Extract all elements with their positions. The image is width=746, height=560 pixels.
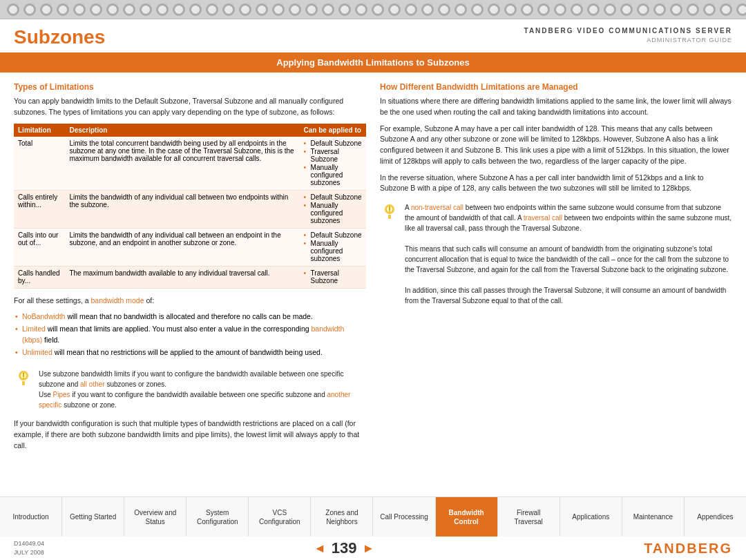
spiral-ring: [604, 3, 616, 16]
table-row: Calls entirely within... Limits the band…: [14, 190, 366, 228]
bandwidth-mode-link[interactable]: bandwidth mode: [90, 296, 144, 305]
prev-page-button[interactable]: ◄: [314, 541, 326, 556]
traversal-link[interactable]: traversal call: [524, 214, 562, 222]
tab-vcs-config[interactable]: VCS Configuration: [249, 497, 311, 537]
spiral-ring: [90, 3, 102, 16]
bandwidth-bullets: NoBandwidth will mean that no bandwidth …: [14, 311, 366, 358]
table-cell-description: Limits the bandwidth of any individual c…: [65, 190, 299, 228]
spiral-ring: [40, 3, 52, 16]
tip-box-2: A non-traversal call between two endpoin…: [380, 200, 732, 309]
brand-info: TANDBERG VIDEO COMMUNICATIONS SERVER ADM…: [524, 26, 732, 45]
spiral-ring: [156, 3, 169, 16]
tab-bandwidth-control[interactable]: Bandwidth Control: [436, 497, 498, 537]
tab-overview-status[interactable]: Overview and Status: [124, 497, 186, 537]
tab-applications[interactable]: Applications: [560, 497, 622, 537]
non-traversal-link[interactable]: non-traversal call: [411, 204, 463, 211]
spiral-ring: [206, 3, 218, 16]
right-para1: In situations where there are differing …: [380, 96, 732, 118]
table-header-apply: Can be applied to: [300, 124, 366, 137]
tab-firewall-traversal[interactable]: Firewall Traversal: [498, 497, 560, 537]
tab-getting-started[interactable]: Getting Started: [62, 497, 124, 537]
spiral-ring: [106, 3, 119, 16]
spiral-ring: [23, 3, 36, 16]
bottom-nav: Introduction Getting Started Overview an…: [0, 496, 746, 537]
svg-rect-1: [22, 381, 25, 385]
spiral-ring: [521, 3, 533, 16]
tab-maintenance[interactable]: Maintenance: [622, 497, 685, 537]
table-cell-limitation: Calls into our out of...: [14, 228, 65, 266]
spiral-ring: [438, 3, 450, 16]
table-cell-apply: Traversal Subzone: [300, 266, 366, 288]
spiral-ring: [372, 3, 384, 16]
table-row: Calls handled by... The maximum bandwidt…: [14, 266, 366, 288]
spiral-ring: [421, 3, 434, 16]
tip-icon-2: [380, 202, 399, 222]
tip-icon-1: [14, 369, 33, 388]
unlimited-link[interactable]: Unlimited: [22, 348, 52, 356]
spiral-ring: [637, 3, 649, 16]
table-cell-apply: Default Subzone Manually configured subz…: [300, 190, 366, 228]
bullet-nobandwidth: NoBandwidth will mean that no bandwidth …: [14, 311, 366, 322]
spiral-ring: [256, 3, 268, 16]
table-cell-limitation: Calls entirely within...: [14, 190, 65, 228]
spiral-ring: [289, 3, 301, 16]
limitations-table: Limitation Description Can be applied to…: [14, 124, 366, 289]
next-page-button[interactable]: ►: [362, 541, 374, 556]
tip-box-1: Use subzone bandwidth limits if you want…: [14, 366, 366, 413]
spiral-bar: [0, 0, 746, 19]
spiral-ring: [455, 3, 467, 16]
spiral-ring: [736, 3, 746, 16]
spiral-ring: [239, 3, 251, 16]
footer-brand: TANDBERG: [644, 541, 732, 557]
svg-point-9: [389, 211, 390, 213]
right-para2: For example, Subzone A may have a per ca…: [380, 124, 732, 167]
bandwidth-kbps-link[interactable]: bandwidth (kbps): [22, 325, 344, 344]
bandwidth-config-para: If your bandwidth configuration is such …: [14, 418, 366, 451]
spiral-ring: [504, 3, 517, 16]
spiral-ring: [571, 3, 583, 16]
tab-call-processing[interactable]: Call Processing: [373, 497, 435, 537]
pipes-link[interactable]: Pipes: [53, 391, 70, 398]
tab-system-config[interactable]: System Configuration: [186, 497, 249, 537]
tip-text-1: Use subzone bandwidth limits if you want…: [39, 369, 366, 410]
table-cell-limitation: Calls handled by...: [14, 266, 65, 288]
brand-name: TANDBERG VIDEO COMMUNICATIONS SERVER: [524, 26, 732, 36]
doc-date: JULY 2008: [14, 548, 44, 557]
spiral-ring: [272, 3, 285, 16]
spiral-ring: [322, 3, 334, 16]
spiral-ring: [537, 3, 550, 16]
tab-appendices[interactable]: Appendices: [685, 497, 746, 537]
table-cell-limitation: Total: [14, 137, 65, 191]
right-column: How Different Bandwidth Limitations are …: [380, 82, 732, 487]
another-specific-link[interactable]: another specific: [39, 391, 350, 409]
limited-link[interactable]: Limited: [22, 325, 46, 333]
spiral-ring: [554, 3, 566, 16]
bandwidth-mode-intro: For all these settings, a bandwidth mode…: [14, 296, 366, 307]
left-intro-text: You can apply bandwidth limits to the De…: [14, 96, 366, 118]
svg-point-4: [23, 378, 24, 379]
spiral-ring: [587, 3, 600, 16]
spiral-ring: [173, 3, 185, 16]
table-header-limitation: Limitation: [14, 124, 65, 137]
spiral-ring: [720, 3, 732, 16]
tab-introduction[interactable]: Introduction: [0, 497, 62, 537]
spiral-ring: [140, 3, 152, 16]
spiral-ring: [73, 3, 86, 16]
table-cell-apply: Default Subzone Manually configured subz…: [300, 228, 366, 266]
nobandwidth-link[interactable]: NoBandwidth: [22, 312, 65, 320]
spiral-ring: [355, 3, 367, 16]
spiral-ring: [338, 3, 351, 16]
bullet-limited: Limited will mean that limits are applie…: [14, 324, 366, 346]
tab-zones-neighbors[interactable]: Zones and Neighbors: [311, 497, 373, 537]
spiral-ring: [222, 3, 235, 16]
brand-guide: ADMINISTRATOR GUIDE: [524, 36, 732, 45]
all-other-link[interactable]: all other: [80, 380, 105, 388]
spiral-ring: [620, 3, 633, 16]
page: Subzones TANDBERG VIDEO COMMUNICATIONS S…: [0, 0, 746, 560]
left-section-title: Types of Limitations: [14, 82, 366, 92]
right-section-title: How Different Bandwidth Limitations are …: [380, 82, 732, 92]
table-cell-apply: Default Subzone Traversal Subzone Manual…: [300, 137, 366, 191]
table-cell-description: The maximum bandwidth available to any i…: [65, 266, 299, 288]
page-header: Subzones TANDBERG VIDEO COMMUNICATIONS S…: [0, 19, 746, 52]
spiral-ring: [305, 3, 318, 16]
